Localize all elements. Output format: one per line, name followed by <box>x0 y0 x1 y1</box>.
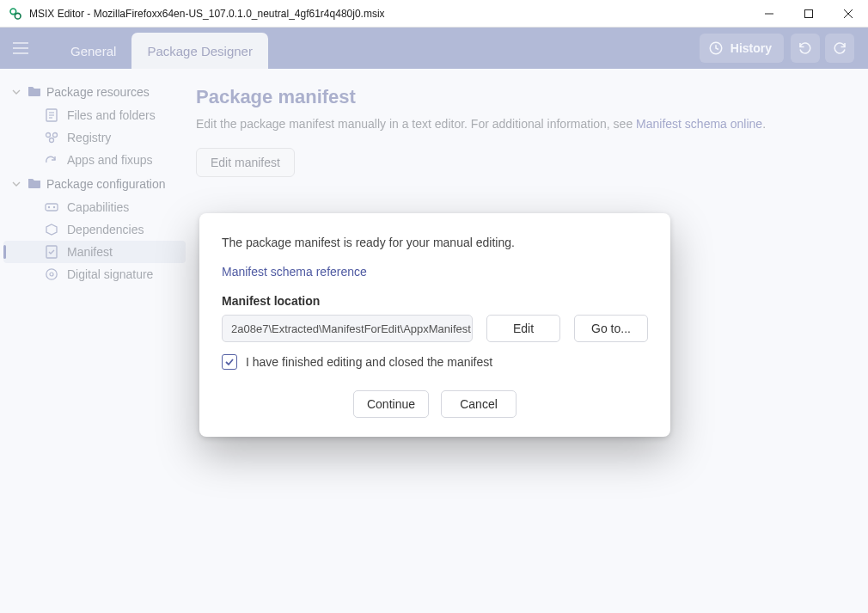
sidebar-group-config[interactable]: Package configuration <box>3 171 186 196</box>
svg-point-0 <box>10 9 16 15</box>
titlebar: MSIX Editor - MozillaFirefoxx64en-US_107… <box>0 0 868 28</box>
menu-button[interactable] <box>3 31 38 65</box>
window-title: MSIX Editor - MozillaFirefoxx64en-US_107… <box>29 8 385 20</box>
capabilities-icon <box>45 202 58 212</box>
sidebar-item-label: Manifest <box>67 245 113 259</box>
close-button[interactable] <box>828 0 868 28</box>
sidebar-item-dependencies[interactable]: Dependencies <box>3 218 186 241</box>
goto-button[interactable]: Go to... <box>574 315 648 342</box>
svg-rect-17 <box>46 204 58 211</box>
manifest-location-label: Manifest location <box>222 294 648 308</box>
chevron-down-icon <box>12 85 22 99</box>
svg-point-22 <box>46 269 57 279</box>
svg-point-16 <box>50 138 54 143</box>
sidebar-item-signature[interactable]: Digital signature <box>3 263 186 285</box>
edit-button[interactable]: Edit <box>486 315 560 342</box>
manifest-path-field[interactable]: 2a08e7\Extracted\ManifestForEdit\AppxMan… <box>222 315 473 342</box>
sidebar-item-label: Dependencies <box>67 223 144 236</box>
sidebar-item-label: Apps and fixups <box>67 153 153 167</box>
dependencies-icon <box>45 224 58 236</box>
sidebar-item-files[interactable]: Files and folders <box>3 104 186 126</box>
edit-manifest-dialog: The package manifest is ready for your m… <box>199 213 670 437</box>
svg-point-15 <box>53 133 58 138</box>
svg-point-14 <box>46 133 51 138</box>
svg-marker-20 <box>46 224 57 235</box>
manifest-icon <box>45 245 58 259</box>
history-label: History <box>730 41 772 55</box>
edit-manifest-button[interactable]: Edit manifest <box>196 148 295 177</box>
sidebar: Package resources Files and folders Regi… <box>0 69 189 613</box>
sidebar-item-apps[interactable]: Apps and fixups <box>3 149 186 171</box>
folder-icon <box>28 176 41 191</box>
svg-point-23 <box>50 273 53 276</box>
svg-rect-21 <box>46 246 57 258</box>
svg-rect-3 <box>805 9 813 17</box>
sidebar-group-label: Package configuration <box>46 177 166 191</box>
sidebar-item-registry[interactable]: Registry <box>3 126 186 149</box>
sidebar-item-label: Files and folders <box>67 108 156 122</box>
signature-icon <box>45 267 58 281</box>
svg-point-19 <box>53 206 55 208</box>
apps-icon <box>45 154 58 166</box>
finished-checkbox-label: I have finished editing and closed the m… <box>246 355 492 369</box>
schema-online-link[interactable]: Manifest schema online <box>636 117 762 131</box>
sidebar-group-resources[interactable]: Package resources <box>3 79 186 104</box>
svg-point-18 <box>48 206 50 208</box>
sidebar-group-label: Package resources <box>46 85 150 99</box>
minimize-button[interactable] <box>749 0 789 28</box>
registry-icon <box>45 132 58 144</box>
page-subtitle: Edit the package manifest manually in a … <box>196 117 844 131</box>
continue-button[interactable]: Continue <box>353 390 429 418</box>
file-icon <box>45 108 58 122</box>
tab-package-designer[interactable]: Package Designer <box>131 33 268 69</box>
cancel-button[interactable]: Cancel <box>441 390 517 418</box>
finished-checkbox-row[interactable]: I have finished editing and closed the m… <box>222 354 648 370</box>
app-icon <box>9 7 22 21</box>
maximize-button[interactable] <box>789 0 828 28</box>
redo-button[interactable] <box>825 34 854 63</box>
header-toolbar: General Package Designer History <box>0 28 868 69</box>
svg-point-1 <box>15 13 21 19</box>
chevron-down-icon <box>12 177 22 191</box>
dialog-message: The package manifest is ready for your m… <box>222 236 648 249</box>
tab-general[interactable]: General <box>55 33 131 69</box>
sidebar-item-label: Capabilities <box>67 200 129 214</box>
sidebar-item-label: Registry <box>67 131 111 144</box>
sidebar-item-capabilities[interactable]: Capabilities <box>3 196 186 218</box>
page-title: Package manifest <box>196 86 844 108</box>
finished-checkbox[interactable] <box>222 354 237 370</box>
folder-icon <box>28 84 41 99</box>
sidebar-item-manifest[interactable]: Manifest <box>3 241 186 263</box>
history-button[interactable]: History <box>700 34 784 63</box>
schema-reference-link[interactable]: Manifest schema reference <box>222 265 367 279</box>
undo-button[interactable] <box>791 34 820 63</box>
sidebar-item-label: Digital signature <box>67 267 153 281</box>
